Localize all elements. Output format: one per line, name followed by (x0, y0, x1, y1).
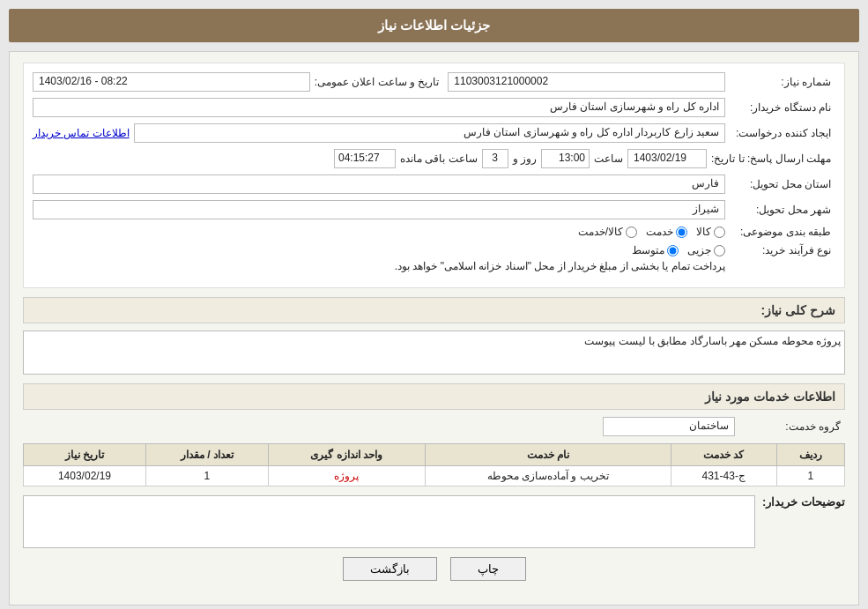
back-button[interactable]: بازگشت (343, 557, 437, 581)
purchase-jozii-label: جزیی (687, 244, 711, 256)
purchase-option-motovaset[interactable]: متوسط (632, 244, 679, 256)
province-value: فارس (33, 175, 725, 194)
reply-time-label: ساعت (594, 152, 623, 165)
reply-days-value: 3 (482, 149, 508, 168)
category-kala-khedmat-label: کالا/خدمت (578, 226, 623, 238)
purchase-note: پرداخت تمام یا بخشی از مبلغ خریدار از مح… (33, 260, 725, 272)
city-value: شیراز (33, 200, 725, 219)
general-description-title: شرح کلی نیاز: (23, 297, 845, 323)
col-quantity: تعداد / مقدار (145, 444, 268, 466)
buyer-org-value: اداره کل راه و شهرسازی استان فارس (33, 98, 725, 117)
purchase-radio-jozii[interactable] (714, 245, 725, 256)
col-code: کد خدمت (671, 444, 776, 466)
reply-time-value: 13:00 (541, 149, 590, 168)
services-table: ردیف کد خدمت نام خدمت واحد اندازه گیری ت… (23, 443, 845, 486)
col-date: تاریخ نیاز (24, 444, 146, 466)
announcement-date-value: 1403/02/16 - 08:22 (33, 72, 310, 92)
announcement-date-label: تاریخ و ساعت اعلان عمومی: (315, 76, 444, 88)
category-radio-kala-khedmat[interactable] (626, 227, 637, 238)
print-button[interactable]: چاپ (450, 557, 526, 581)
service-group-label: گروه خدمت: (739, 420, 845, 433)
services-section-title: اطلاعات خدمات مورد نیاز (23, 383, 845, 410)
category-option-kala[interactable]: کالا (696, 226, 725, 238)
purchase-radio-motovaset[interactable] (667, 245, 679, 256)
category-khedmat-label: خدمت (646, 226, 673, 238)
page-title: جزئیات اطلاعات نیاز (9, 9, 859, 42)
category-label: طبقه بندی موضوعی: (730, 226, 835, 238)
need-number-value: 1103003121000002 (448, 72, 725, 92)
city-label: شهر محل تحویل: (730, 204, 835, 216)
category-radio-group: کالا خدمت کالا/خدمت (33, 226, 725, 238)
purchase-motovaset-label: متوسط (632, 244, 664, 256)
purchase-option-jozii[interactable]: جزیی (687, 244, 725, 256)
cell-code: ج-43-431 (671, 466, 776, 486)
requester-value: سعید زارع کاربردار اداره کل راه و شهرساز… (134, 123, 725, 143)
category-kala-label: کالا (696, 226, 711, 238)
category-radio-khedmat[interactable] (676, 227, 687, 238)
cell-unit: پروژه (268, 466, 425, 486)
contact-link[interactable]: اطلاعات تماس خریدار (33, 127, 130, 139)
table-row: 1 ج-43-431 تخریب و آماده‌سازی محوطه پروژ… (24, 466, 845, 486)
reply-days-label: روز و (513, 152, 537, 165)
service-group-value: ساختمان (603, 417, 735, 436)
buyer-notes-value (23, 495, 755, 548)
reply-remaining-label: ساعت باقی مانده (400, 152, 478, 165)
reply-deadline-label: مهلت ارسال پاسخ: تا تاریخ: (711, 152, 835, 165)
category-radio-kala[interactable] (714, 227, 725, 238)
cell-quantity: 1 (145, 466, 268, 486)
cell-date: 1403/02/19 (24, 466, 146, 486)
requester-label: ایجاد کننده درخواست: (730, 127, 835, 139)
category-option-kala-khedmat[interactable]: کالا/خدمت (578, 226, 637, 238)
need-number-label: شماره نیاز: (730, 76, 835, 88)
col-row: ردیف (776, 444, 844, 466)
general-description-value: پروژه محوطه مسکن مهر باسارگاد مطابق با ل… (23, 330, 845, 375)
province-label: استان محل تحویل: (730, 178, 835, 190)
buyer-notes-label: توضیحات خریدار: (762, 495, 845, 509)
cell-name: تخریب و آماده‌سازی محوطه (425, 466, 671, 486)
buyer-org-label: نام دستگاه خریدار: (730, 101, 835, 114)
reply-remaining-value: 04:15:27 (334, 149, 396, 168)
cell-row: 1 (776, 466, 844, 486)
purchase-type-label: نوع فرآیند خرید: (730, 244, 835, 256)
reply-date-value: 1403/02/19 (627, 149, 707, 168)
col-name: نام خدمت (425, 444, 671, 466)
col-unit: واحد اندازه گیری (268, 444, 425, 466)
category-option-khedmat[interactable]: خدمت (646, 226, 687, 238)
